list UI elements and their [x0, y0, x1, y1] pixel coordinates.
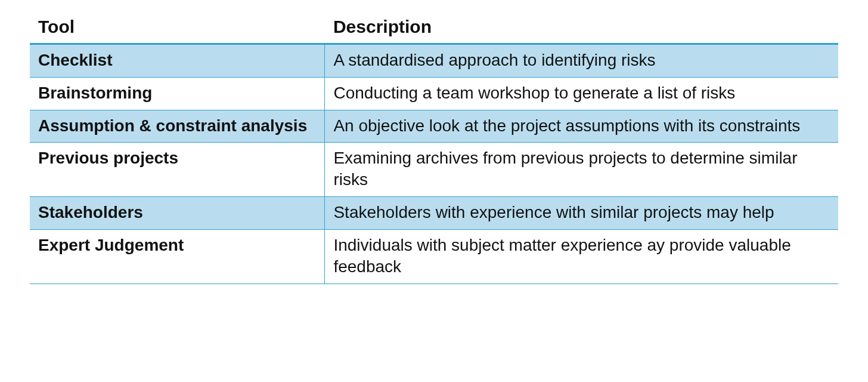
tool-name: Previous projects	[30, 143, 325, 197]
header-description: Description	[325, 12, 838, 44]
table-row: Checklist A standardised approach to ide…	[30, 44, 838, 78]
header-tool: Tool	[30, 12, 325, 44]
risk-tools-table: Tool Description Checklist A standardise…	[30, 12, 838, 284]
tool-name: Assumption & constraint analysis	[30, 110, 325, 143]
tool-name: Expert Judgement	[30, 229, 325, 284]
tool-description: An objective look at the project assumpt…	[325, 110, 838, 143]
tool-name: Checklist	[30, 44, 325, 78]
table-row: Expert Judgement Individuals with subjec…	[30, 229, 838, 284]
page-container: Tool Description Checklist A standardise…	[0, 0, 868, 296]
tool-name: Stakeholders	[30, 197, 325, 230]
table-row: Previous projects Examining archives fro…	[30, 143, 838, 197]
tool-description: Individuals with subject matter experien…	[325, 229, 838, 284]
tool-description: Conducting a team workshop to generate a…	[325, 77, 838, 110]
table-row: Assumption & constraint analysis An obje…	[30, 110, 838, 143]
tool-description: Examining archives from previous project…	[325, 143, 838, 197]
table-row: Stakeholders Stakeholders with experienc…	[30, 197, 838, 230]
tool-description: Stakeholders with experience with simila…	[325, 197, 838, 230]
table-header-row: Tool Description	[30, 12, 838, 44]
tool-name: Brainstorming	[30, 77, 325, 110]
table-row: Brainstorming Conducting a team workshop…	[30, 77, 838, 110]
tool-description: A standardised approach to identifying r…	[325, 44, 838, 78]
